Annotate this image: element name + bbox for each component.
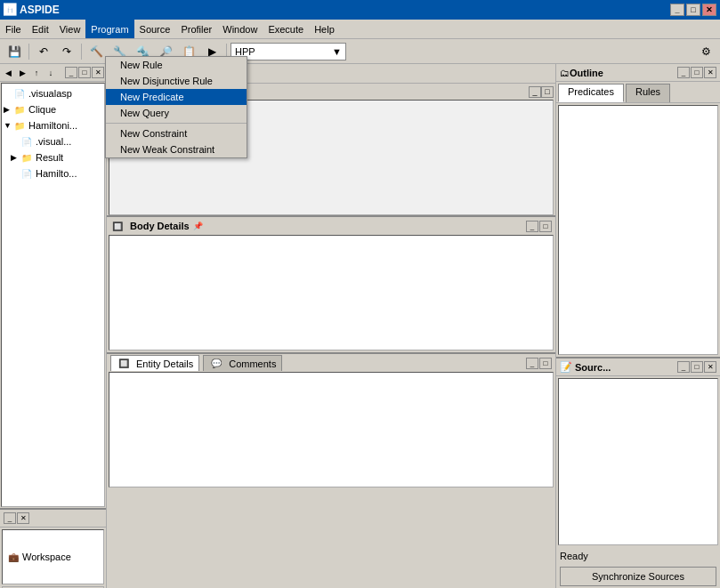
body-panel-content[interactable] (109, 235, 554, 350)
panel-explorer-controls: _ □ ✕ (65, 67, 104, 78)
status-bar: Ready (556, 547, 720, 565)
source-maximize[interactable]: □ (691, 361, 703, 373)
menu-new-rule[interactable]: New Rule (106, 57, 247, 73)
workspace-label: Workspace (22, 552, 71, 562)
entity-maximize[interactable]: □ (539, 358, 552, 369)
body-icon: 🔲 (110, 219, 125, 233)
program-dropdown-menu: New Rule New Disjunctive Rule New Predic… (105, 56, 247, 158)
close-button[interactable]: ✕ (702, 4, 716, 16)
menu-source[interactable]: Source (134, 20, 176, 38)
menu-new-query[interactable]: New Query (106, 105, 247, 121)
folder-icon-3: 📁 (20, 150, 34, 165)
source-minimize[interactable]: _ (677, 361, 690, 373)
menu-help[interactable]: Help (309, 20, 340, 38)
app-title: ASPIDE (20, 4, 60, 16)
window-controls: _ □ ✕ (670, 4, 716, 16)
entity-panel-controls: _ □ (526, 358, 552, 369)
outline-controls: _ □ ✕ (677, 67, 716, 78)
right-panel: 🗂 Outline _ □ ✕ Predicates Rules 📝 So (555, 64, 720, 588)
menu-file[interactable]: File (0, 20, 27, 38)
entity-details-panel: 🔲 Entity Details 💬 Comments _ □ (107, 352, 555, 588)
menu-new-disjunctive-rule[interactable]: New Disjunctive Rule (106, 73, 247, 89)
outline-tabs: Predicates Rules (556, 82, 720, 103)
folder-icon-2: 📁 (12, 118, 27, 133)
tree-item-result[interactable]: ▶ 📁 Result (11, 149, 102, 165)
nav-back[interactable]: ◀ (2, 67, 14, 79)
menu-separator (106, 123, 247, 124)
comments-tab[interactable]: 💬 Comments (203, 355, 282, 371)
body-panel-controls: _ □ (526, 221, 552, 232)
redo-button[interactable]: ↷ (56, 42, 77, 61)
entity-minimize[interactable]: _ (526, 358, 538, 369)
nav-down[interactable]: ↓ (44, 67, 57, 79)
outline-content[interactable] (558, 105, 718, 355)
tree-item-clique[interactable]: ▶ 📁 Clique (4, 101, 102, 117)
toolbar-sep1 (28, 44, 29, 60)
menu-new-weak-constraint[interactable]: New Weak Constraint (106, 141, 247, 157)
nav-up[interactable]: ↑ (30, 67, 43, 79)
menu-bar: File Edit View Program Source Profiler W… (0, 20, 720, 39)
workspace-controls: _ ✕ (4, 512, 29, 524)
tree-item-visual2[interactable]: 📄 .visual... (11, 133, 102, 149)
menu-profiler[interactable]: Profiler (175, 20, 217, 38)
tab-rules[interactable]: Rules (626, 84, 670, 102)
source-content[interactable] (558, 378, 718, 545)
tree-item-hamilto[interactable]: 📄 Hamilto... (11, 165, 102, 181)
body-panel-header: 🔲 Body Details 📌 _ □ (107, 217, 555, 235)
outline-icon: 🗂 (560, 68, 570, 78)
panel-explorer-header: ◀ ▶ ↑ ↓ _ □ ✕ (0, 64, 106, 82)
panel-close[interactable]: ✕ (92, 67, 104, 78)
left-panel: ◀ ▶ ↑ ↓ _ □ ✕ 📄 .visualasp ▶ 📁 Clique (0, 64, 107, 588)
menu-edit[interactable]: Edit (27, 20, 54, 38)
solver-combo[interactable]: HPP ▼ (231, 43, 346, 60)
menu-new-constraint[interactable]: New Constraint (106, 125, 247, 141)
source-header: 📝 Sourc... _ □ ✕ (556, 358, 720, 376)
project-tree: 📄 .visualasp ▶ 📁 Clique ▼ 📁 Hamiltoni...… (1, 83, 105, 507)
undo-button[interactable]: ↶ (33, 42, 54, 61)
body-details-panel: 🔲 Body Details 📌 _ □ (107, 215, 555, 352)
file-icon: 📄 (12, 86, 27, 101)
body-maximize[interactable]: □ (539, 221, 552, 232)
maximize-button[interactable]: □ (686, 4, 700, 16)
tb-btn1[interactable]: 🔨 (85, 42, 107, 61)
status-text: Ready (560, 551, 588, 561)
menu-execute[interactable]: Execute (263, 20, 309, 38)
title-bar: 🅰 ASPIDE _ □ ✕ (0, 0, 720, 20)
workspace-content: 💼 Workspace (2, 529, 104, 584)
entity-icon: 🔲 (117, 357, 131, 371)
source-icon: 📝 (560, 361, 572, 373)
file-icon-3: 📄 (20, 166, 34, 181)
entity-tab[interactable]: 🔲 Entity Details (110, 355, 199, 371)
save-button[interactable]: 💾 (4, 42, 25, 61)
editor-minimize[interactable]: _ (529, 86, 541, 98)
menu-view[interactable]: View (54, 20, 86, 38)
menu-window[interactable]: Window (217, 20, 263, 38)
entity-panel-content[interactable] (109, 372, 554, 487)
minimize-button[interactable]: _ (670, 4, 684, 16)
ws-minimize[interactable]: _ (4, 512, 16, 524)
outline-minimize[interactable]: _ (677, 67, 690, 78)
solver-combo-arrow: ▼ (332, 46, 342, 57)
tree-item-visualasp[interactable]: 📄 .visualasp (4, 85, 102, 101)
nav-forward[interactable]: ▶ (16, 67, 28, 79)
source-panel: 📝 Sourc... _ □ ✕ Ready Synchronize Sourc… (556, 357, 720, 588)
tb-settings-button[interactable]: ⚙ (695, 42, 716, 61)
menu-new-predicate[interactable]: New Predicate (106, 89, 247, 105)
solver-combo-value: HPP (235, 46, 255, 57)
workspace-header: _ ✕ (0, 510, 106, 528)
panel-maximize[interactable]: □ (78, 67, 91, 78)
panel-minimize[interactable]: _ (65, 67, 77, 78)
tab-predicates[interactable]: Predicates (558, 84, 624, 102)
body-minimize[interactable]: _ (526, 221, 538, 232)
sync-sources-button[interactable]: Synchronize Sources (560, 567, 716, 586)
ws-close[interactable]: ✕ (17, 512, 29, 524)
outline-close[interactable]: ✕ (704, 67, 716, 78)
app-icon: 🅰 (4, 3, 16, 17)
outline-maximize[interactable]: □ (691, 67, 703, 78)
tree-item-hamilton[interactable]: ▼ 📁 Hamiltoni... (4, 117, 102, 133)
menu-program[interactable]: Program (85, 20, 133, 38)
outline-header: 🗂 Outline _ □ ✕ (556, 64, 720, 82)
source-close[interactable]: ✕ (704, 361, 716, 373)
editor-maximize[interactable]: □ (541, 86, 554, 98)
bottom-left-panel: _ ✕ 💼 Workspace ◀ ▶ + 🔧 ⚙ (0, 508, 106, 588)
